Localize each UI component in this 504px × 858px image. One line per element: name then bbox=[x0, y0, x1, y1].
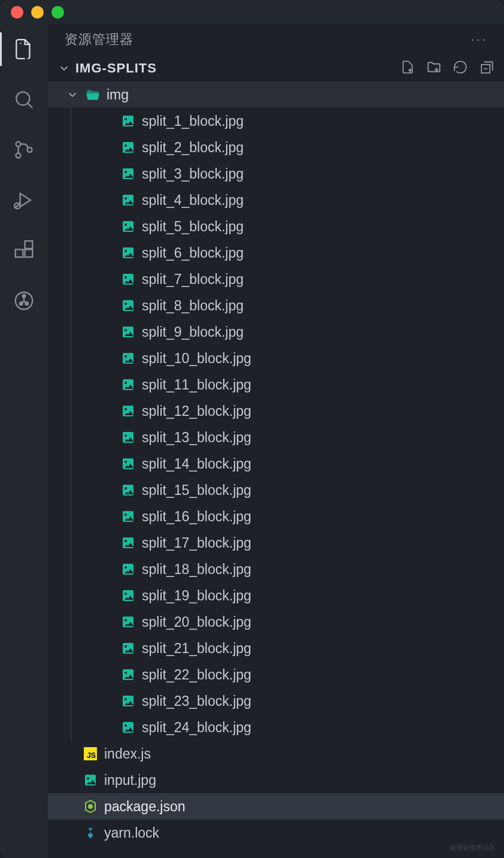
file-label: split_15_block.jpg bbox=[142, 482, 251, 499]
image-file-icon bbox=[120, 614, 136, 630]
image-file-icon bbox=[120, 482, 136, 498]
image-file-icon bbox=[120, 271, 136, 287]
debug-tab-icon[interactable] bbox=[11, 187, 37, 213]
explorer-tab-icon[interactable] bbox=[11, 36, 37, 62]
chevron-down-icon bbox=[57, 62, 71, 75]
image-file-icon bbox=[120, 113, 136, 129]
search-tab-icon[interactable] bbox=[11, 86, 37, 113]
file-item[interactable]: split_13_block.jpg bbox=[71, 424, 504, 451]
file-label: split_18_block.jpg bbox=[142, 561, 251, 578]
file-label: split_1_block.jpg bbox=[142, 113, 244, 129]
maximize-window-button[interactable] bbox=[51, 6, 64, 19]
new-file-icon[interactable] bbox=[400, 59, 415, 77]
file-label: split_3_block.jpg bbox=[142, 166, 244, 182]
file-item[interactable]: split_18_block.jpg bbox=[71, 556, 504, 582]
file-item[interactable]: split_24_block.jpg bbox=[71, 714, 504, 741]
file-item[interactable]: split_1_block.jpg bbox=[71, 108, 504, 134]
file-item[interactable]: split_6_block.jpg bbox=[71, 240, 504, 266]
svg-point-2 bbox=[16, 142, 21, 147]
js-file-icon: JS bbox=[83, 746, 98, 762]
image-file-icon bbox=[120, 509, 136, 524]
file-label: split_24_block.jpg bbox=[142, 720, 251, 736]
folder-open-icon bbox=[85, 87, 101, 102]
file-label: index.js bbox=[104, 746, 151, 762]
file-item[interactable]: JSindex.js bbox=[48, 741, 504, 767]
file-item[interactable]: yarn.lock bbox=[48, 820, 504, 846]
new-folder-icon[interactable] bbox=[426, 59, 442, 77]
refresh-icon[interactable] bbox=[453, 59, 468, 77]
git-graph-tab-icon[interactable] bbox=[11, 288, 37, 314]
project-header[interactable]: IMG-SPLITS bbox=[48, 55, 504, 81]
file-item[interactable]: split_5_block.jpg bbox=[71, 213, 504, 240]
svg-point-0 bbox=[16, 92, 29, 105]
source-control-tab-icon[interactable] bbox=[11, 137, 37, 163]
svg-point-17 bbox=[89, 805, 92, 808]
file-item[interactable]: split_19_block.jpg bbox=[71, 582, 504, 609]
yarn-file-icon bbox=[83, 825, 98, 841]
file-item[interactable]: split_12_block.jpg bbox=[71, 398, 504, 424]
folder-item[interactable]: img bbox=[48, 81, 504, 108]
collapse-all-icon[interactable] bbox=[479, 59, 494, 77]
file-item[interactable]: split_16_block.jpg bbox=[71, 503, 504, 530]
file-label: split_4_block.jpg bbox=[142, 192, 244, 209]
extensions-tab-icon[interactable] bbox=[11, 237, 37, 264]
svg-line-1 bbox=[28, 103, 32, 108]
chevron-down-icon bbox=[66, 88, 79, 101]
file-label: split_5_block.jpg bbox=[142, 219, 244, 235]
file-item[interactable]: input.jpg bbox=[48, 767, 504, 793]
file-label: split_21_block.jpg bbox=[142, 641, 251, 657]
activity-bar bbox=[0, 24, 48, 858]
image-file-icon bbox=[120, 219, 136, 234]
file-label: split_20_block.jpg bbox=[142, 614, 251, 630]
file-label: split_2_block.jpg bbox=[142, 140, 244, 156]
more-actions-icon[interactable]: ··· bbox=[471, 32, 487, 47]
svg-rect-8 bbox=[16, 249, 23, 257]
file-item[interactable]: split_9_block.jpg bbox=[71, 319, 504, 345]
file-label: split_13_block.jpg bbox=[142, 430, 251, 446]
svg-marker-5 bbox=[20, 194, 31, 207]
svg-point-3 bbox=[16, 153, 21, 158]
image-file-icon bbox=[120, 140, 136, 155]
titlebar bbox=[0, 0, 504, 24]
file-item[interactable]: split_21_block.jpg bbox=[71, 635, 504, 661]
minimize-window-button[interactable] bbox=[31, 6, 44, 19]
close-window-button[interactable] bbox=[11, 6, 23, 19]
image-file-icon bbox=[120, 192, 136, 208]
file-label: split_7_block.jpg bbox=[142, 271, 244, 288]
sidebar-title: 资源管理器 bbox=[65, 31, 133, 49]
image-file-icon bbox=[120, 403, 136, 419]
file-item[interactable]: split_11_block.jpg bbox=[71, 371, 504, 398]
file-label: package.json bbox=[104, 799, 186, 815]
image-file-icon bbox=[120, 561, 136, 577]
file-item[interactable]: split_7_block.jpg bbox=[71, 266, 504, 292]
image-file-icon bbox=[120, 535, 136, 551]
file-item[interactable]: split_3_block.jpg bbox=[71, 161, 504, 187]
file-item[interactable]: split_17_block.jpg bbox=[71, 530, 504, 556]
sidebar-header: 资源管理器 ··· bbox=[48, 24, 504, 55]
file-item[interactable]: split_23_block.jpg bbox=[71, 688, 504, 714]
file-item[interactable]: split_15_block.jpg bbox=[71, 477, 504, 503]
file-item[interactable]: split_22_block.jpg bbox=[71, 661, 504, 688]
explorer-sidebar: 资源管理器 ··· IMG-SPLITS bbox=[48, 24, 504, 858]
image-file-icon bbox=[120, 324, 136, 340]
project-actions bbox=[400, 59, 494, 77]
file-item[interactable]: split_2_block.jpg bbox=[71, 134, 504, 161]
svg-line-7 bbox=[16, 204, 19, 207]
file-label: split_9_block.jpg bbox=[142, 324, 244, 340]
file-label: split_10_block.jpg bbox=[142, 351, 251, 367]
svg-point-4 bbox=[28, 147, 32, 152]
image-file-icon bbox=[120, 166, 136, 182]
file-label: split_6_block.jpg bbox=[142, 245, 244, 261]
file-item[interactable]: split_4_block.jpg bbox=[71, 187, 504, 213]
file-item[interactable]: package.json bbox=[48, 793, 504, 820]
svg-point-12 bbox=[23, 295, 26, 298]
file-item[interactable]: split_10_block.jpg bbox=[71, 345, 504, 371]
file-label: yarn.lock bbox=[104, 825, 159, 841]
file-item[interactable]: split_20_block.jpg bbox=[71, 609, 504, 635]
file-label: split_16_block.jpg bbox=[142, 509, 251, 525]
image-file-icon bbox=[120, 351, 136, 366]
svg-rect-10 bbox=[25, 241, 33, 249]
file-item[interactable]: split_14_block.jpg bbox=[71, 451, 504, 477]
image-file-icon bbox=[120, 720, 136, 735]
file-item[interactable]: split_8_block.jpg bbox=[71, 292, 504, 319]
